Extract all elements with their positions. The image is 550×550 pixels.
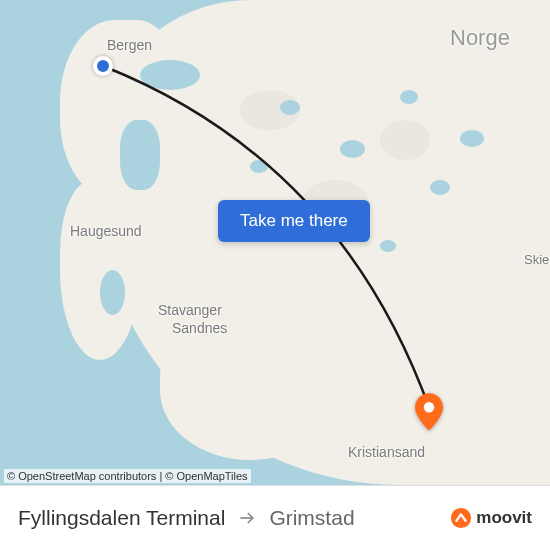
take-me-there-button[interactable]: Take me there [218,200,370,242]
terrain-shade [380,120,430,160]
water-shape [100,270,125,315]
city-label-skien: Skien [524,252,550,267]
map-attribution: © OpenStreetMap contributors | © OpenMap… [4,469,251,483]
city-label-sandnes: Sandnes [172,320,227,336]
origin-marker-icon[interactable] [93,56,113,76]
map-viewport[interactable]: Norge Bergen Haugesund Stavanger Sandnes… [0,0,550,485]
water-shape [120,120,160,190]
city-label-bergen: Bergen [107,37,152,53]
lake-shape [460,130,484,147]
moovit-logo-text: moovit [476,508,532,528]
city-label-stavanger: Stavanger [158,302,222,318]
route-summary: Fyllingsdalen Terminal Grimstad [18,506,450,530]
land-shape [60,180,140,360]
land-shape [160,320,340,460]
svg-point-0 [424,402,435,413]
city-label-kristiansand: Kristiansand [348,444,425,460]
lake-shape [430,180,450,195]
attribution-osm: © OpenStreetMap contributors [7,470,156,482]
origin-label: Fyllingsdalen Terminal [18,506,225,530]
lake-shape [250,160,268,173]
destination-marker-icon[interactable] [415,393,443,421]
water-shape [140,60,200,90]
lake-shape [380,240,396,252]
moovit-logo-icon [450,507,472,529]
arrow-right-icon [237,508,257,528]
lake-shape [280,100,300,115]
lake-shape [340,140,365,158]
route-footer: Fyllingsdalen Terminal Grimstad moovit [0,485,550,550]
attribution-omt: © OpenMapTiles [165,470,247,482]
lake-shape [400,90,418,104]
svg-point-2 [451,508,471,528]
city-label-haugesund: Haugesund [70,223,142,239]
destination-label: Grimstad [269,506,354,530]
country-label: Norge [450,25,510,51]
moovit-logo[interactable]: moovit [450,507,532,529]
